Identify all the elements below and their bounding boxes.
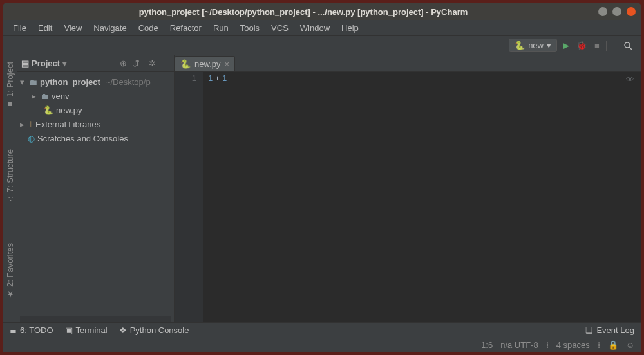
tree-item-label: venv	[52, 91, 69, 101]
tool-structure[interactable]: ⛬7: Structure	[5, 145, 15, 207]
tree-external-libs[interactable]: ▸ ⫴ External Libraries	[17, 117, 174, 131]
tree-venv[interactable]: ▸ 🖿 venv	[17, 89, 174, 103]
project-tree: ▾ 🖿 python_project ~/Desktop/p ▸ 🖿 venv …	[17, 72, 174, 316]
titlebar[interactable]: python_project [~/Desktop/python_project…	[3, 3, 641, 20]
code-token: +	[213, 73, 222, 83]
menu-file[interactable]: File	[7, 21, 32, 35]
menu-bar: File Edit View Navigate Code Refactor Ru…	[3, 20, 641, 36]
minimize-button[interactable]	[598, 7, 607, 16]
project-panel: ▤ Project ▾ ⊕ ⇵ ✲ — ▾ 🖿 python_project ~…	[17, 55, 175, 322]
menu-refactor[interactable]: Refactor	[164, 21, 207, 35]
run-button[interactable]: ▶	[560, 39, 573, 52]
tree-file-newpy[interactable]: 🐍 new.py	[17, 103, 174, 117]
tree-root-label: python_project	[40, 77, 100, 87]
chevron-right-icon: ▸	[32, 91, 38, 101]
tool-favorites[interactable]: ★2: Favorites	[5, 239, 15, 303]
status-bar: 1:6 n/a UTF-8 ⁞ 4 spaces ⁞ 🔒 ☺	[3, 338, 641, 352]
menu-run[interactable]: Run	[207, 21, 234, 35]
folder-icon: 🖿	[41, 91, 49, 101]
menu-view[interactable]: View	[58, 21, 88, 35]
python-icon: ❖	[119, 325, 127, 335]
expand-split-icon[interactable]: ⇵	[131, 59, 141, 69]
line-gutter: 1	[175, 72, 203, 322]
tree-item-label: new.py	[56, 105, 82, 115]
folder-icon: 🖿	[29, 77, 37, 87]
toolbar: 🐍 new ▾ ▶ 🐞 ■	[3, 36, 641, 55]
status-sep: ⁞	[598, 340, 600, 350]
menu-vcs[interactable]: VCS	[265, 21, 294, 35]
tool-terminal[interactable]: ▣Terminal	[65, 325, 108, 335]
scratches-icon: ◍	[28, 134, 35, 143]
window-title: python_project [~/Desktop/python_project…	[8, 7, 598, 17]
tab-label: new.py	[194, 59, 220, 69]
menu-code[interactable]: Code	[133, 21, 164, 35]
project-view-icon: ▤	[21, 59, 29, 68]
svg-line-1	[629, 47, 632, 50]
status-sep: ⁞	[546, 340, 549, 350]
chevron-down-icon[interactable]: ▾	[62, 59, 67, 68]
event-log-icon: ❑	[585, 325, 593, 335]
terminal-icon: ▣	[65, 325, 73, 335]
tree-item-label: External Libraries	[35, 120, 100, 129]
app-window: python_project [~/Desktop/python_project…	[3, 3, 641, 352]
editor-tab-newpy[interactable]: 🐍 new.py ×	[175, 56, 235, 71]
locate-icon[interactable]: ⊕	[118, 59, 128, 69]
tool-event-log[interactable]: ❑Event Log	[585, 325, 634, 335]
status-encoding[interactable]: n/a UTF-8	[500, 340, 538, 350]
menu-tools[interactable]: Tools	[234, 21, 265, 35]
project-header-label: Project	[32, 59, 60, 68]
status-indent[interactable]: 4 spaces	[556, 340, 590, 350]
menu-navigate[interactable]: Navigate	[88, 21, 132, 35]
tool-todo[interactable]: ≣6: TODO	[10, 325, 53, 335]
tree-root-path: ~/Desktop/p	[106, 77, 151, 87]
tool-project[interactable]: ■1: Project	[5, 58, 15, 113]
libraries-icon: ⫴	[29, 119, 33, 129]
tree-item-label: Scratches and Consoles	[37, 134, 128, 143]
stop-button[interactable]: ■	[591, 39, 603, 52]
tree-scratches[interactable]: ◍ Scratches and Consoles	[17, 131, 174, 145]
hide-panel-icon[interactable]: —	[160, 59, 170, 69]
inspection-eye-icon[interactable]: 👁	[626, 75, 634, 84]
run-config-selector[interactable]: 🐍 new ▾	[509, 39, 557, 52]
menu-edit[interactable]: Edit	[32, 21, 58, 35]
code-area[interactable]: 1 + 1 👁	[203, 72, 641, 322]
debug-button[interactable]: 🐞	[575, 39, 588, 52]
menu-window[interactable]: Window	[294, 21, 336, 35]
lock-icon[interactable]: 🔒	[608, 340, 618, 350]
status-cursor-pos: 1:6	[481, 340, 493, 350]
settings-divider	[144, 59, 144, 69]
editor-area: 🐍 new.py × 1 1 + 1 👁	[175, 55, 641, 322]
search-button[interactable]	[621, 39, 634, 52]
toolbar-separator	[606, 41, 619, 51]
python-file-icon: 🐍	[43, 105, 53, 115]
todo-icon: ≣	[10, 325, 17, 335]
tool-python-console[interactable]: ❖Python Console	[119, 325, 189, 335]
python-icon: 🐍	[515, 41, 525, 50]
python-file-icon: 🐍	[180, 59, 191, 69]
gear-icon[interactable]: ✲	[147, 59, 157, 69]
chevron-down-icon: ▾	[20, 77, 26, 87]
main-area: ■1: Project ⛬7: Structure ★2: Favorites …	[3, 55, 641, 322]
menu-help[interactable]: Help	[336, 21, 365, 35]
bottom-tool-strip: ≣6: TODO ▣Terminal ❖Python Console ❑Even…	[3, 322, 641, 338]
run-config-label: new	[528, 41, 544, 50]
chevron-right-icon: ▸	[20, 120, 26, 129]
close-tab-icon[interactable]: ×	[224, 59, 229, 69]
maximize-button[interactable]	[612, 7, 621, 16]
code-token: 1	[222, 73, 227, 83]
tree-root[interactable]: ▾ 🖿 python_project ~/Desktop/p	[17, 75, 174, 89]
left-tool-strip: ■1: Project ⛬7: Structure ★2: Favorites	[3, 55, 17, 322]
project-h-scrollbar[interactable]	[20, 316, 171, 322]
hector-icon[interactable]: ☺	[626, 340, 634, 350]
project-panel-header: ▤ Project ▾ ⊕ ⇵ ✲ —	[17, 55, 174, 72]
editor-tabs: 🐍 new.py ×	[175, 55, 641, 72]
editor[interactable]: 1 1 + 1 👁	[175, 72, 641, 322]
close-button[interactable]	[627, 7, 636, 16]
svg-point-0	[625, 42, 630, 48]
chevron-down-icon: ▾	[547, 41, 551, 50]
